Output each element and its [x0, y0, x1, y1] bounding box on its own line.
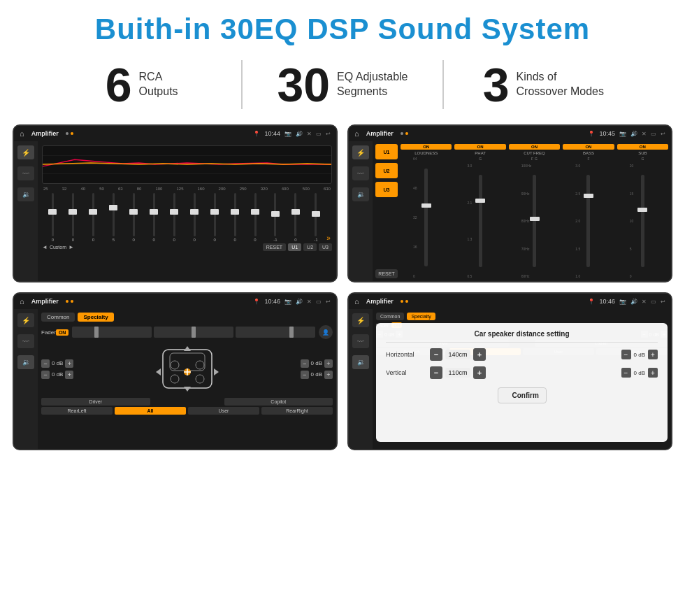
slider-track[interactable] — [153, 193, 155, 236]
slider-thumb[interactable] — [170, 209, 178, 215]
slider-thumb[interactable] — [210, 209, 219, 215]
sidebar-eq-btn-4[interactable]: ⚡ — [352, 313, 369, 327]
confirm-button[interactable]: Confirm — [498, 387, 547, 403]
eq-slider-11[interactable]: 0 — [246, 193, 265, 242]
rearleft-btn[interactable]: RearLeft — [41, 407, 113, 415]
eq-slider-7[interactable]: 0 — [165, 193, 184, 242]
slider-thumb[interactable] — [89, 209, 97, 215]
eq-slider-3[interactable]: 0 — [84, 193, 103, 242]
fader-minus-2[interactable]: − — [41, 371, 50, 379]
reset-btn[interactable]: RESET — [263, 243, 286, 251]
slider-track[interactable] — [294, 193, 296, 236]
u2-btn[interactable]: U2 — [303, 243, 317, 251]
eq-slider-5[interactable]: 0 — [124, 193, 143, 242]
sidebar-speaker-btn-4[interactable]: 🔉 — [352, 355, 369, 369]
bass-on[interactable]: ON — [563, 144, 614, 150]
slider-track[interactable] — [92, 193, 94, 236]
fader-plus-2[interactable]: + — [65, 371, 73, 379]
eq-slider-1[interactable]: 0 — [43, 193, 62, 242]
fader-minus-3[interactable]: − — [301, 359, 309, 368]
back-icon-3[interactable]: ↩ — [326, 299, 331, 305]
slider-track[interactable] — [214, 193, 216, 236]
slider-track[interactable] — [133, 193, 135, 236]
back-icon-2[interactable]: ↩ — [661, 131, 665, 137]
back-icon-4[interactable]: ↩ — [661, 299, 665, 305]
copilot-btn[interactable]: Copilot — [224, 398, 333, 406]
fader-slider-2[interactable] — [154, 327, 233, 338]
back-icon[interactable]: ↩ — [326, 131, 331, 137]
behind-specialty-tab[interactable]: Specialty — [407, 313, 435, 320]
slider-thumb[interactable] — [251, 209, 259, 215]
sub-on[interactable]: ON — [617, 144, 668, 150]
u2-amp-btn[interactable]: U2 — [375, 163, 398, 178]
amp-reset-btn[interactable]: RESET — [375, 269, 398, 278]
vertical-minus-btn[interactable]: − — [430, 366, 442, 379]
dialog-db-plus-2[interactable]: + — [648, 368, 658, 378]
slider-track[interactable] — [173, 193, 175, 236]
slider-thumb[interactable] — [271, 211, 280, 217]
slider-thumb[interactable] — [231, 209, 239, 215]
u1-amp-btn[interactable]: U1 — [375, 144, 398, 159]
horizontal-minus-btn[interactable]: − — [430, 348, 442, 361]
fader-on-btn[interactable]: ON — [56, 329, 69, 336]
slider-track[interactable] — [52, 193, 54, 236]
slider-thumb[interactable] — [129, 209, 138, 215]
sidebar-wave-btn[interactable]: 〰 — [17, 166, 34, 180]
sidebar-wave-btn-4[interactable]: 〰 — [352, 334, 369, 348]
eq-slider-12[interactable]: -1 — [266, 193, 284, 242]
rearright-btn[interactable]: RearRight — [261, 407, 333, 415]
eq-slider-6[interactable]: 0 — [145, 193, 164, 242]
fader-plus-1[interactable]: + — [65, 359, 73, 368]
phat-on[interactable]: ON — [454, 144, 505, 150]
slider-track[interactable] — [194, 193, 196, 236]
sidebar-wave-btn-2[interactable]: 〰 — [352, 166, 369, 180]
fader-slider-1[interactable] — [72, 327, 152, 338]
sidebar-eq-btn-3[interactable]: ⚡ — [17, 313, 34, 327]
slider-thumb[interactable] — [68, 209, 77, 215]
all-btn[interactable]: All — [115, 407, 186, 415]
slider-thumb[interactable] — [291, 209, 300, 215]
slider-track[interactable] — [72, 193, 74, 236]
slider-thumb[interactable] — [190, 209, 199, 215]
slider-track[interactable] — [234, 193, 236, 236]
dialog-db-minus-1[interactable]: − — [621, 350, 631, 359]
behind-common-tab[interactable]: Common — [376, 313, 404, 320]
eq-slider-14[interactable]: -1 — [306, 193, 325, 242]
sidebar-wave-btn-3[interactable]: 〰 — [17, 334, 34, 348]
common-tab[interactable]: Common — [41, 313, 75, 322]
u1-btn[interactable]: U1 — [288, 243, 301, 251]
eq-slider-10[interactable]: 0 — [226, 193, 245, 242]
fader-plus-4[interactable]: + — [324, 371, 333, 379]
slider-thumb[interactable] — [150, 209, 158, 215]
slider-track[interactable] — [254, 193, 257, 236]
slider-track[interactable] — [315, 193, 317, 236]
eq-slider-4[interactable]: 5 — [104, 193, 123, 242]
loudness-on[interactable]: ON — [401, 144, 452, 150]
eq-slider-8[interactable]: 0 — [185, 193, 204, 242]
eq-slider-9[interactable]: 0 — [206, 193, 224, 242]
horizontal-plus-btn[interactable]: + — [473, 348, 486, 361]
user-btn[interactable]: User — [188, 407, 259, 415]
slider-thumb[interactable] — [109, 205, 117, 210]
fader-minus-1[interactable]: − — [41, 359, 50, 368]
sidebar-speaker-btn-2[interactable]: 🔉 — [352, 187, 369, 201]
dialog-db-plus-1[interactable]: + — [648, 350, 658, 359]
fader-slider-3[interactable] — [236, 327, 315, 338]
sidebar-speaker-btn[interactable]: 🔉 — [17, 187, 34, 201]
specialty-tab[interactable]: Specialty — [78, 313, 113, 322]
fader-minus-4[interactable]: − — [301, 371, 309, 379]
u3-btn[interactable]: U3 — [319, 243, 332, 251]
prev-arrow[interactable]: ◄ — [42, 244, 48, 250]
next-arrow[interactable]: ► — [68, 244, 74, 250]
fader-plus-3[interactable]: + — [324, 359, 333, 368]
sidebar-speaker-btn-3[interactable]: 🔉 — [17, 355, 34, 369]
vertical-plus-btn[interactable]: + — [473, 366, 486, 379]
driver-btn[interactable]: Driver — [41, 398, 150, 406]
slider-thumb[interactable] — [312, 211, 320, 217]
dialog-db-minus-2[interactable]: − — [621, 368, 631, 378]
cutfreq-on[interactable]: ON — [509, 144, 560, 150]
slider-track[interactable] — [274, 193, 276, 236]
eq-slider-2[interactable]: 0 — [64, 193, 82, 242]
slider-thumb[interactable] — [48, 209, 57, 215]
more-icon[interactable]: » — [326, 234, 331, 242]
